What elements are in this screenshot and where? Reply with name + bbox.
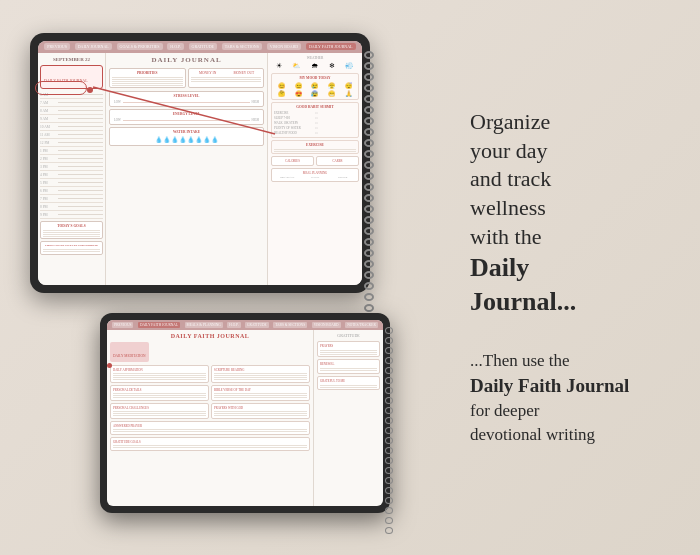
tablet-main-screen: PREVIOUS DAILY JOURNAL GOALS & PRIORITIE… <box>38 41 362 285</box>
time-slot: 12 PM <box>40 141 103 147</box>
gratitude-label: GRATITUDE GOALS <box>113 440 307 444</box>
and-track-line: and track <box>470 165 576 194</box>
spiral-ring <box>364 161 374 169</box>
nav-vision[interactable]: VISION BOARD <box>267 43 302 50</box>
spiral-ring <box>385 337 393 344</box>
spiral-ring <box>364 128 374 136</box>
mood-emojis: 😊 😐 😢 😤 😴 🤔 😍 😰 😁 🙏 <box>274 82 356 97</box>
spiral-ring <box>364 194 374 202</box>
tablet-secondary: PREVIOUS DAILY FAITH JOURNAL MEALS & PLA… <box>100 313 390 513</box>
sec-nav-gratitude[interactable]: GRATITUDE <box>245 322 269 328</box>
spiral-ring <box>364 183 374 191</box>
goals-line <box>43 232 100 233</box>
exercise-title: EXERCISE <box>274 143 356 147</box>
spiral-ring <box>364 84 374 92</box>
spiral-ring <box>364 73 374 81</box>
time-slot: 7 PM <box>40 197 103 203</box>
spiral-ring <box>364 139 374 147</box>
sec-nav-tabs[interactable]: TABS & SECTIONS <box>273 322 307 328</box>
with-the-line: with the <box>470 223 576 252</box>
time-slot: 4 PM <box>40 173 103 179</box>
exercise-section: EXERCISE <box>271 140 359 155</box>
spiral-ring <box>364 172 374 180</box>
organize-line: Organize <box>470 108 576 137</box>
calorie-section: CALORIES CARBS <box>271 156 359 166</box>
for-deeper-line: for deeper <box>470 399 629 423</box>
secondary-left: DAILY FAITH JOURNAL DAILY MEDITATION DAI… <box>107 330 313 506</box>
spiral-ring <box>385 357 393 364</box>
secondary-highlight: DAILY MEDITATION <box>110 342 149 362</box>
things-line <box>43 251 100 252</box>
things-line <box>43 249 100 250</box>
spiral-ring <box>364 293 374 301</box>
sec-nav-vision[interactable]: VISION BOARD <box>312 322 341 328</box>
spiral-ring <box>385 447 393 454</box>
mood-title: MY MOOD TODAY <box>274 76 356 80</box>
spiral-ring <box>385 347 393 354</box>
sec-nav-faith[interactable]: DAILY FAITH JOURNAL <box>138 322 180 328</box>
spiral-ring <box>385 367 393 374</box>
spiral-ring <box>364 216 374 224</box>
spiral-ring <box>385 327 393 334</box>
nav-previous[interactable]: PREVIOUS <box>44 43 70 50</box>
scripture-section: SCRIPTURE READING <box>211 365 310 383</box>
sec-nav-notes[interactable]: NOTES/TRACKER <box>345 322 378 328</box>
prayers-section: PRAYERS WITH GOD <box>211 403 310 419</box>
spiral-ring <box>364 282 374 290</box>
sec-nav-previous[interactable]: PREVIOUS <box>112 322 133 328</box>
goals-section: TODAY'S GOALS <box>40 221 103 240</box>
spiral-ring <box>385 487 393 494</box>
spiral-ring <box>364 95 374 103</box>
time-slot: 1 PM <box>40 149 103 155</box>
spiral-ring <box>364 62 374 70</box>
nav-gratitude[interactable]: GRATITUDE <box>189 43 217 50</box>
bible-verse-label: BIBLE VERSE OF THE DAY <box>214 388 307 392</box>
nav-hop[interactable]: H.O.P. <box>167 43 184 50</box>
sec-nav-meals[interactable]: MEALS & PLANNING <box>185 322 223 328</box>
tablet-main: PREVIOUS DAILY JOURNAL GOALS & PRIORITIE… <box>30 33 370 293</box>
time-slot: 9 PM <box>40 213 103 219</box>
spiral-ring <box>364 106 374 114</box>
time-slot: 5 PM <box>40 181 103 187</box>
challenges-label: PERSONAL CHALLENGES <box>113 406 206 410</box>
answered-prayer-section: ANSWERED PRAYER <box>110 421 310 435</box>
secondary-tablet-spiral <box>385 327 393 513</box>
nav-goals[interactable]: GOALS & PRIORITIES <box>117 43 163 50</box>
scripture-label: SCRIPTURE READING <box>214 368 307 372</box>
main-container: PREVIOUS DAILY JOURNAL GOALS & PRIORITIE… <box>0 0 700 555</box>
nav-faith[interactable]: DAILY FAITH JOURNAL <box>306 43 356 50</box>
personal-details-label: PERSONAL DETAILS <box>113 388 206 392</box>
spiral-ring <box>385 427 393 434</box>
spiral-ring <box>385 407 393 414</box>
journal-title: DAILY JOURNAL <box>109 56 264 64</box>
spiral-ring <box>385 457 393 464</box>
spiral-ring <box>385 417 393 424</box>
annotation-oval <box>35 81 87 95</box>
gratitude-section: GRATITUDE GOALS <box>110 437 310 451</box>
spiral-ring <box>364 271 374 279</box>
things-section: THINGS TO LET GO & LET GOD/SCHEDULE <box>40 241 103 255</box>
sec-nav-hop[interactable]: H.O.P. <box>227 322 240 328</box>
money-out-label: MONEY OUT <box>227 71 261 75</box>
spiral-ring <box>385 477 393 484</box>
spiral-ring <box>364 51 374 59</box>
secondary-prayers-section: PRAYERS <box>317 341 380 358</box>
journal-bold-line: Journal... <box>470 285 576 319</box>
secondary-right-gratitude: GRATITUDE <box>317 333 380 338</box>
bottom-text-block: ...Then use the Daily Faith Journal for … <box>470 349 629 447</box>
text-area: Organize your day and track wellness wit… <box>460 88 680 467</box>
spiral-ring <box>364 227 374 235</box>
spiral-ring <box>385 377 393 384</box>
faith-journal-bold: Daily Faith Journal <box>470 373 629 400</box>
nav-tabs[interactable]: TABS & SECTIONS <box>222 43 262 50</box>
top-text-block: Organize your day and track wellness wit… <box>470 108 576 319</box>
nav-daily-journal[interactable]: DAILY JOURNAL <box>75 43 112 50</box>
main-tablet-spiral <box>364 51 374 299</box>
bible-verse-section: BIBLE VERSE OF THE DAY <box>211 385 310 401</box>
secondary-right: GRATITUDE PRAYERS RENEWAL <box>313 330 383 506</box>
tracker-title: GOOD HABIT SUBMIT <box>274 105 356 109</box>
spiral-ring <box>385 527 393 534</box>
spiral-ring <box>385 507 393 514</box>
secondary-renewal-section: RENEWAL <box>317 359 380 374</box>
tracker-grid: EXERCISE □ SLEEP 7-8H □ WALK 10K STEPS □… <box>274 111 356 135</box>
